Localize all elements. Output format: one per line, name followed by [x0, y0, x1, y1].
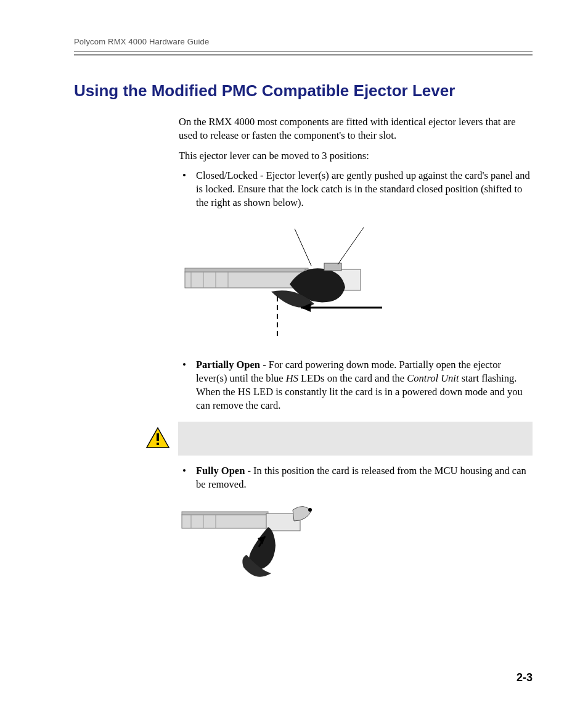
- ejector-lever-open-illustration: [179, 502, 339, 595]
- svg-rect-17: [182, 512, 268, 515]
- figure-fully-open-lever: [179, 502, 533, 595]
- section-heading: Using the Modified PMC Compatible Ejecto…: [74, 81, 533, 100]
- positions-list: Closed/Locked - Ejector lever(s) are gen…: [179, 169, 533, 210]
- control-unit-italic: Control Unit: [407, 372, 459, 384]
- svg-rect-1: [185, 268, 308, 272]
- page-number: 2-3: [517, 671, 533, 684]
- list-item-fully-open: Fully Open - In this position the card i…: [179, 464, 533, 492]
- positions-list-fully: Fully Open - In this position the card i…: [179, 464, 533, 492]
- ejector-lever-closed-illustration: [179, 223, 413, 346]
- partial-open-label: Partially Open: [196, 359, 260, 370]
- intro-paragraph-2: This ejector lever can be moved to 3 pos…: [179, 149, 533, 163]
- intro-paragraph-1: On the RMX 4000 most components are fitt…: [179, 115, 533, 143]
- svg-line-8: [295, 229, 311, 266]
- document-page: Polycom RMX 4000 Hardware Guide Using th…: [0, 0, 588, 712]
- positions-list-partial: Partially Open - For card powering down …: [179, 358, 533, 413]
- caution-icon: [145, 422, 171, 456]
- svg-rect-16: [182, 515, 268, 528]
- figure-closed-lever: [179, 223, 533, 346]
- svg-rect-14: [157, 433, 159, 441]
- list-item-closed: Closed/Locked - Ejector lever(s) are gen…: [179, 169, 533, 210]
- svg-rect-15: [157, 443, 159, 445]
- header-rule: [74, 51, 533, 55]
- svg-rect-7: [324, 263, 341, 271]
- body-column: On the RMX 4000 most components are fitt…: [179, 115, 533, 595]
- running-header: Polycom RMX 4000 Hardware Guide: [74, 37, 533, 46]
- list-item-partially-open: Partially Open - For card powering down …: [179, 358, 533, 413]
- caution-placeholder-bar: [178, 422, 533, 456]
- partial-text-b: LEDs on the card and the: [298, 372, 407, 384]
- caution-callout: [145, 422, 533, 456]
- svg-line-9: [338, 227, 364, 264]
- hs-italic: HS: [286, 372, 298, 384]
- fully-open-label: Fully Open -: [196, 465, 253, 477]
- svg-point-24: [308, 508, 312, 512]
